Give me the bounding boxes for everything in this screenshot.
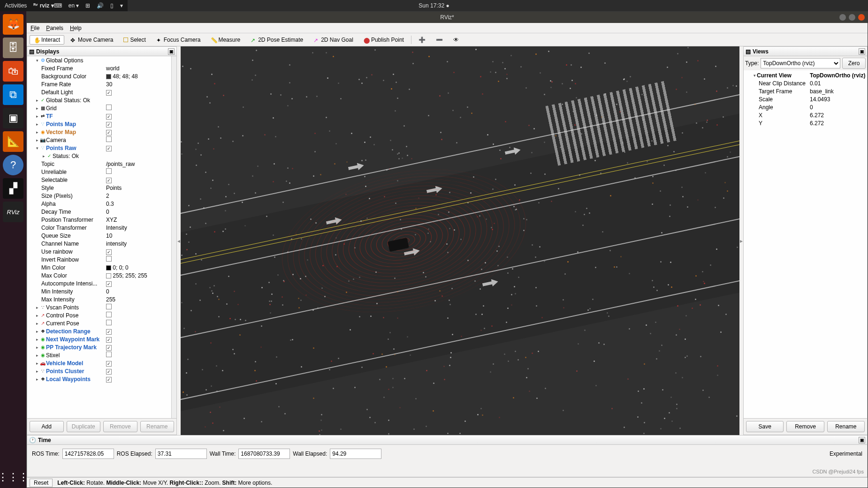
views-rename-button[interactable]: Rename [827, 421, 865, 432]
views-remove-button[interactable]: Remove [786, 421, 824, 432]
keyboard-icon[interactable]: ⌨ [54, 2, 62, 9]
dock: 🦊 🗄 🛍 ⧉ ▣ 📐 ? ▞ RViz ⋮⋮⋮ [0, 11, 26, 488]
time-panel: 🕐Time▣ ROS Time: ROS Elapsed: Wall Time:… [27, 435, 868, 477]
3d-viewport[interactable] [181, 46, 739, 435]
focus-icon: ✦ [156, 37, 162, 43]
menu-panels[interactable]: Panels [46, 25, 63, 31]
views-close-icon[interactable]: ▣ [859, 48, 865, 55]
dock-matlab[interactable]: 📐 [3, 131, 23, 152]
window-titlebar[interactable]: RViz* [27, 12, 868, 23]
dock-help[interactable]: ? [3, 155, 23, 175]
duplicate-button[interactable]: Duplicate [67, 421, 101, 432]
select-icon [123, 38, 128, 42]
panel-icon: ▤ [746, 48, 751, 55]
views-panel: ▤Views▣ Type: TopDownOrtho (rviz) Zero ▾… [743, 46, 868, 435]
arrow-green-icon: ↗ [251, 37, 256, 43]
arrow-pink-icon: ↗ [313, 37, 319, 43]
maximize-icon[interactable] [849, 14, 855, 21]
status-hints: Left-Click: Rotate. Middle-Click: Move X… [57, 480, 272, 486]
tool-2d-nav-goal[interactable]: ↗2D Nav Goal [309, 35, 358, 45]
toolbar: ✋Interact ✥Move Camera Select ✦Focus Cam… [27, 33, 868, 46]
dock-software[interactable]: 🛍 [3, 61, 23, 82]
pin-icon: ⬤ [364, 37, 369, 43]
views-title: Views [753, 48, 769, 55]
tool-focus[interactable]: ✦Focus Camera [152, 35, 205, 45]
battery-icon[interactable]: ▯ [110, 2, 114, 9]
app-menu[interactable]: ᴿᵛ rviz ▾ [33, 2, 53, 9]
close-icon[interactable] [858, 14, 865, 21]
displays-close-icon[interactable]: ▣ [168, 48, 175, 55]
tool-remove-display[interactable]: ➖ [432, 35, 447, 45]
show-applications-icon[interactable]: ⋮⋮⋮ [0, 471, 29, 483]
lang-indicator[interactable]: en ▾ [69, 2, 79, 9]
hand-icon: ✋ [34, 37, 39, 43]
power-icon[interactable]: ▾ [120, 2, 123, 9]
zero-button[interactable]: Zero [842, 58, 866, 69]
rviz-window: RViz* File Panels Help ✋Interact ✥Move C… [26, 11, 868, 488]
ruler-icon: 📏 [211, 37, 216, 43]
views-type-select[interactable]: TopDownOrtho (rviz) [761, 58, 840, 68]
clock-icon: 🕐 [29, 437, 36, 443]
dock-rviz[interactable]: RViz [3, 202, 23, 222]
displays-tree[interactable]: ▾⚙Global Options Fixed Frameworld Backgr… [27, 56, 176, 418]
time-title: Time [38, 437, 51, 443]
time-close-icon[interactable]: ▣ [859, 437, 865, 443]
plus-icon: ➕ [419, 37, 426, 43]
wall-time-label: Wall Time: [210, 450, 236, 457]
volume-icon[interactable]: 🔊 [97, 2, 104, 9]
dock-firefox[interactable]: 🦊 [3, 14, 23, 35]
splitter-right[interactable]: ▸ [739, 46, 743, 435]
ros-time-label: ROS Time: [32, 450, 60, 457]
minimize-icon[interactable] [839, 14, 846, 21]
gnome-top-bar: Activities ᴿᵛ rviz ▾ Sun 17:32 ● ⌨ en ▾ … [0, 0, 128, 11]
wall-time-field[interactable] [238, 449, 290, 459]
tool-measure[interactable]: 📏Measure [206, 35, 244, 45]
tool-publish-point[interactable]: ⬤Publish Point [359, 35, 408, 45]
dock-autoware[interactable]: ▞ [3, 178, 23, 199]
activities-button[interactable]: Activities [5, 2, 27, 9]
wall-elapsed-label: Wall Elapsed: [293, 450, 327, 457]
rename-button[interactable]: Rename [140, 421, 175, 432]
checkbox[interactable]: ✓ [106, 90, 112, 96]
displays-panel: ▤Displays▣ ▾⚙Global Options Fixed Framew… [27, 46, 177, 435]
views-tree[interactable]: ▾Current ViewTopDownOrtho (rviz) Near Cl… [744, 70, 867, 418]
minus-icon: ➖ [436, 37, 443, 43]
menu-help[interactable]: Help [70, 25, 82, 31]
dock-files[interactable]: 🗄 [3, 38, 23, 58]
tool-interact[interactable]: ✋Interact [30, 35, 64, 45]
ros-elapsed-label: ROS Elapsed: [117, 450, 152, 457]
watermark: CSDN @Prejudi24 fps [812, 469, 864, 474]
tool-move-camera[interactable]: ✥Move Camera [66, 35, 117, 45]
add-button[interactable]: Add [30, 421, 64, 432]
ros-time-field[interactable] [62, 449, 114, 459]
menubar: File Panels Help [27, 23, 868, 33]
dock-terminal[interactable]: ▣ [3, 108, 23, 128]
menu-file[interactable]: File [30, 25, 39, 31]
wall-elapsed-field[interactable] [330, 449, 381, 459]
reset-button[interactable]: Reset [30, 479, 53, 487]
views-save-button[interactable]: Save [746, 421, 784, 432]
tool-toggle-display[interactable]: 👁 [449, 35, 463, 45]
eye-icon: 👁 [453, 37, 459, 43]
splitter-left[interactable]: ◂ [177, 46, 181, 435]
scrollbar[interactable] [171, 56, 176, 418]
window-title: RViz* [440, 14, 454, 21]
remove-button[interactable]: Remove [103, 421, 137, 432]
scene [181, 46, 739, 435]
views-type-label: Type: [745, 60, 759, 67]
ros-elapsed-field[interactable] [155, 449, 207, 459]
panel-icon: ▤ [29, 48, 34, 55]
network-icon[interactable]: ⊞ [85, 2, 90, 9]
tool-select[interactable]: Select [119, 35, 150, 45]
statusbar: Reset Left-Click: Rotate. Middle-Click: … [27, 477, 868, 488]
tool-2d-pose-estimate[interactable]: ↗2D Pose Estimate [246, 35, 307, 45]
displays-title: Displays [36, 48, 59, 55]
dock-vscode[interactable]: ⧉ [3, 84, 23, 105]
tool-add-display[interactable]: ➕ [414, 35, 430, 45]
clock[interactable]: Sun 17:32 ● [419, 2, 449, 9]
experimental-label: Experimental [830, 450, 862, 457]
move-icon: ✥ [70, 37, 76, 43]
